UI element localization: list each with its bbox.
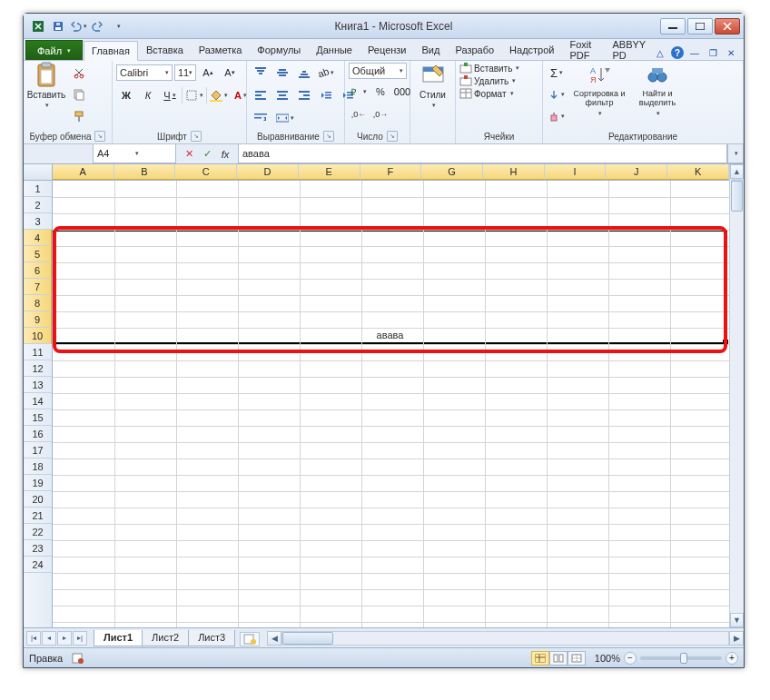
row-header[interactable]: 21 [24, 508, 52, 524]
horizontal-scrollbar[interactable]: ◀ ▶ [267, 631, 744, 646]
row-header[interactable]: 4 [24, 230, 52, 246]
view-page-layout-icon[interactable] [549, 651, 568, 665]
autosum-icon[interactable]: Σ▾ [547, 63, 567, 83]
row-header[interactable]: 18 [24, 458, 52, 475]
shrink-font-icon[interactable]: A▾ [220, 63, 240, 83]
row-header[interactable]: 24 [24, 557, 52, 573]
font-name-combo[interactable]: Calibri▾ [116, 64, 173, 81]
comma-style-icon[interactable]: 000 [392, 82, 412, 102]
underline-button[interactable]: Ч▾ [160, 85, 180, 105]
enter-edit-icon[interactable]: ✓ [200, 147, 214, 162]
tab-abbyy[interactable]: ABBYY PD [606, 40, 654, 60]
formula-expand-icon[interactable]: ▾ [727, 144, 744, 163]
find-select-button[interactable]: Найти и выделить▾ [632, 63, 683, 117]
orientation-icon[interactable]: ab▾ [316, 63, 336, 83]
workbook-minimize-icon[interactable]: — [687, 45, 702, 60]
col-header-H[interactable]: H [483, 164, 545, 180]
new-sheet-icon[interactable] [240, 632, 260, 646]
undo-icon[interactable]: ▾ [69, 17, 87, 35]
row-header[interactable]: 17 [24, 442, 52, 458]
row-header[interactable]: 23 [24, 540, 52, 557]
row-header[interactable]: 19 [24, 475, 52, 491]
accounting-format-icon[interactable]: ₽▾ [349, 82, 369, 102]
tab-data[interactable]: Данные [309, 40, 360, 60]
styles-button[interactable]: Стили▾ [414, 63, 451, 109]
clear-icon[interactable]: ▾ [547, 106, 567, 126]
dialog-launcher-icon[interactable]: ↘ [191, 131, 202, 142]
sheet-nav-last-icon[interactable]: ▸| [73, 631, 87, 646]
fill-color-icon[interactable]: ▾ [209, 85, 229, 105]
workbook-restore-icon[interactable]: ❐ [706, 45, 720, 60]
font-size-combo[interactable]: 11▾ [174, 64, 196, 81]
sort-filter-button[interactable]: АЯ Сортировка и фильтр▾ [572, 63, 627, 117]
vertical-scrollbar[interactable]: ▲ ▼ [729, 164, 744, 627]
minimize-button[interactable] [660, 18, 686, 35]
file-tab[interactable]: Файл▾ [25, 40, 83, 60]
col-header-D[interactable]: D [237, 164, 299, 180]
scroll-right-icon[interactable]: ▶ [729, 631, 744, 646]
cut-icon[interactable] [69, 63, 89, 83]
zoom-value[interactable]: 100% [595, 653, 620, 664]
row-header[interactable]: 7 [24, 279, 52, 295]
help-icon[interactable]: ? [671, 46, 684, 59]
dialog-launcher-icon[interactable]: ↘ [94, 131, 105, 142]
col-header-G[interactable]: G [421, 164, 483, 180]
excel-app-icon[interactable] [29, 17, 47, 35]
decrease-decimal-icon[interactable]: ,0→ [370, 104, 390, 124]
ribbon-minimize-icon[interactable]: △ [653, 45, 667, 60]
col-header-I[interactable]: I [545, 164, 607, 180]
sheet-nav-prev-icon[interactable]: ◂ [42, 631, 56, 646]
row-header[interactable]: 8 [24, 295, 52, 311]
tab-view[interactable]: Вид [415, 40, 448, 60]
decrease-indent-icon[interactable] [316, 85, 336, 105]
row-header[interactable]: 5 [24, 246, 52, 262]
qat-customize-icon[interactable]: ▾ [109, 17, 127, 35]
bold-button[interactable]: Ж [116, 85, 136, 105]
row-header[interactable]: 9 [24, 311, 52, 328]
formula-input[interactable]: авава [238, 144, 727, 163]
zoom-in-icon[interactable]: + [726, 652, 738, 665]
view-normal-icon[interactable] [531, 651, 549, 665]
tab-developer[interactable]: Разрабо [448, 40, 501, 60]
col-header-A[interactable]: A [53, 164, 114, 180]
view-page-break-icon[interactable] [568, 651, 586, 665]
macro-record-icon[interactable] [72, 653, 84, 664]
row-header[interactable]: 2 [24, 197, 52, 213]
col-header-B[interactable]: B [114, 164, 176, 180]
scroll-left-icon[interactable]: ◀ [267, 631, 281, 646]
row-header[interactable]: 22 [24, 524, 52, 540]
row-header[interactable]: 10 [24, 328, 52, 344]
tab-foxit[interactable]: Foxit PDF [563, 40, 605, 60]
sheet-tab[interactable]: Лист2 [142, 630, 189, 646]
align-left-icon[interactable] [251, 85, 271, 105]
scroll-up-icon[interactable]: ▲ [730, 164, 744, 179]
sheet-tab[interactable]: Лист1 [94, 630, 143, 646]
borders-icon[interactable]: ▾ [184, 85, 204, 105]
format-cells-icon[interactable]: Формат▾ [459, 88, 514, 99]
row-header[interactable]: 6 [24, 262, 52, 279]
row-header[interactable]: 14 [24, 393, 52, 409]
workbook-close-icon[interactable]: ✕ [724, 45, 738, 60]
row-header[interactable]: 20 [24, 491, 52, 508]
row-header[interactable]: 15 [24, 409, 52, 426]
tab-review[interactable]: Рецензи [360, 40, 414, 60]
italic-button[interactable]: К [138, 85, 158, 105]
wrap-text-icon[interactable] [251, 108, 271, 128]
merge-center-icon[interactable]: ▾ [272, 108, 298, 128]
tab-formulas[interactable]: Формулы [250, 40, 308, 60]
save-icon[interactable] [49, 17, 67, 35]
paste-button[interactable]: Вставить ▾ [27, 63, 65, 109]
align-center-icon[interactable] [272, 85, 292, 105]
col-header-K[interactable]: K [667, 164, 729, 180]
maximize-button[interactable] [687, 18, 713, 35]
fill-icon[interactable]: ▾ [547, 84, 567, 104]
sheet-tab[interactable]: Лист3 [188, 630, 235, 646]
tab-insert[interactable]: Вставка [139, 40, 191, 60]
zoom-out-icon[interactable]: − [624, 652, 637, 665]
sheet-nav-next-icon[interactable]: ▸ [57, 631, 72, 646]
format-painter-icon[interactable] [69, 106, 89, 126]
col-header-J[interactable]: J [606, 164, 667, 180]
align-bottom-icon[interactable] [294, 63, 314, 83]
number-format-combo[interactable]: Общий▾ [349, 63, 407, 79]
fx-icon[interactable]: fx [218, 147, 232, 162]
